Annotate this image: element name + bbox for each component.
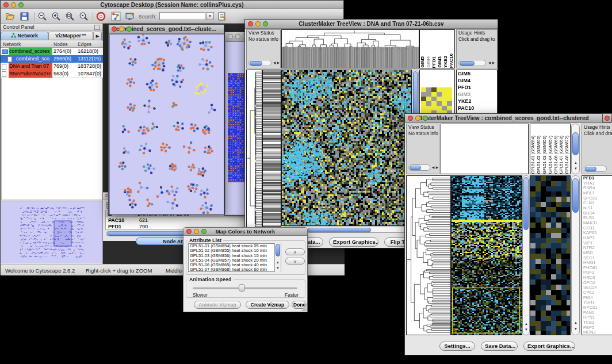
dialog-titlebar[interactable]: Map Colors to Network: [183, 228, 307, 236]
gene-label[interactable]: PAN1: [582, 311, 612, 316]
gene-label[interactable]: CPA2: [582, 290, 612, 296]
scrollbar-thumb[interactable]: [572, 132, 579, 155]
scroll-right-icon[interactable]: ▶: [435, 166, 439, 170]
birdseye-view[interactable]: [1, 201, 102, 263]
zoom-window-icon[interactable]: [423, 116, 428, 121]
scroll-up-icon[interactable]: ▲: [276, 260, 280, 265]
column-dendrogram-panel[interactable]: [281, 29, 419, 68]
gene-label[interactable]: PFD1: [457, 84, 497, 91]
scroll-up-icon[interactable]: ▲: [573, 161, 578, 165]
save-data-button[interactable]: Save Data...: [481, 342, 518, 351]
zoom-vscrollbar[interactable]: ▲ ▼: [571, 175, 580, 335]
scrollbar-thumb[interactable]: [276, 244, 280, 256]
gene-label[interactable]: TCB3: [582, 320, 612, 325]
close-icon[interactable]: [112, 26, 117, 32]
scroll-down-icon[interactable]: ▼: [276, 266, 280, 270]
move-up-button[interactable]: ∧: [285, 248, 305, 255]
view-status-scrollbar[interactable]: [408, 164, 430, 171]
float-panel-icon[interactable]: [94, 25, 100, 30]
scrollbar-thumb[interactable]: [308, 228, 371, 232]
column-label[interactable]: GPL51-08 (GSM872): [564, 136, 570, 174]
heatmap-canvas[interactable]: [452, 176, 522, 335]
network-list-row[interactable]: DNA and Tran 07 769(0) 183728(0): [1, 63, 103, 70]
gene-label[interactable]: YSH1: [582, 300, 612, 305]
export-graphics-button[interactable]: Export Graphics...: [329, 237, 378, 247]
gene-label[interactable]: VIP1: [582, 241, 612, 246]
heatmap-vscrollbar[interactable]: ▲ ▼: [522, 175, 530, 335]
heatmap-panel[interactable]: [451, 175, 522, 335]
slider-thumb[interactable]: [239, 284, 245, 292]
row-dendrogram-canvas[interactable]: [247, 70, 262, 237]
gene-label[interactable]: YRA1: [582, 181, 612, 186]
scroll-right-icon[interactable]: ▶: [276, 61, 281, 65]
col-nodes[interactable]: Nodes: [53, 41, 68, 47]
scrollbar-thumb[interactable]: [410, 166, 421, 170]
gene-label[interactable]: YKE2: [457, 98, 497, 105]
gene-label[interactable]: PEP5: [582, 325, 612, 331]
usage-hints-scrollbar[interactable]: [584, 166, 607, 172]
help-lifering-icon[interactable]: [96, 12, 106, 21]
close-icon[interactable]: [605, 116, 610, 121]
gene-label[interactable]: SEC24: [582, 285, 612, 290]
report-icon[interactable]: [217, 12, 227, 21]
create-vizmap-button[interactable]: Create Vizmap: [246, 301, 289, 309]
zoom-heatmap-canvas[interactable]: [530, 176, 570, 335]
row-dendrogram-panel[interactable]: [406, 175, 451, 335]
view-status-scrollbar[interactable]: [248, 60, 271, 66]
scrollbar-thumb[interactable]: [585, 167, 596, 171]
heatmap-panel[interactable]: [281, 70, 412, 226]
attribute-list[interactable]: GPL51-01 (GSM854) heat shock 05 minGPL51…: [188, 243, 281, 272]
scrollbar-thumb[interactable]: [460, 61, 475, 66]
column-label[interactable]: GPL51-02 (GSM855): [536, 136, 542, 174]
zoom-window-icon[interactable]: [263, 21, 268, 26]
birdseye-canvas[interactable]: [1, 201, 101, 263]
gene-label[interactable]: FIG4: [582, 296, 612, 301]
gene-label[interactable]: PUF3: [582, 270, 612, 275]
zoom-window-icon[interactable]: [127, 26, 132, 32]
zoom-window-icon[interactable]: [18, 2, 24, 7]
zoom-heatmap-panel[interactable]: [530, 175, 571, 335]
gene-label[interactable]: RPN1: [582, 315, 612, 320]
network-list-row[interactable]: RNAPuberNov2+I 563(0) 107847(0): [1, 70, 103, 78]
column-label[interactable]: GPL51-03 (GSM856): [542, 136, 548, 174]
gene-label[interactable]: CLN1: [582, 201, 612, 206]
gene-label[interactable]: GIM4: [457, 77, 497, 84]
usage-hints-scrollbar[interactable]: [458, 60, 486, 66]
gene-label[interactable]: BUD4: [582, 211, 612, 216]
zoom-window-icon[interactable]: [201, 229, 206, 234]
network-view-titlebar[interactable]: combined_scores_good.txt--cluste...: [109, 25, 224, 34]
treeview-dna-titlebar[interactable]: ClusterMaker TreeView : DNA and Tran 07-…: [245, 20, 498, 29]
treeview-combined-titlebar[interactable]: ClusterMaker TreeView : combined_scores_…: [405, 114, 612, 123]
tab-network[interactable]: Network: [1, 32, 48, 40]
gene-label[interactable]: RNR4: [582, 186, 612, 191]
gene-label[interactable]: RPO21: [582, 305, 612, 311]
gene-label[interactable]: MSI1: [582, 251, 612, 256]
gene-label[interactable]: ELG1: [582, 216, 612, 221]
summary-matrix-canvas[interactable]: [421, 87, 452, 115]
column-label[interactable]: GPL51-06 (GSM865): [553, 136, 559, 174]
tab-vizmapper[interactable]: VizMapper™: [48, 32, 93, 40]
annotation-icon[interactable]: [125, 12, 135, 21]
gene-label[interactable]: PFD1: [582, 176, 612, 181]
gene-label[interactable]: GPI16: [582, 281, 612, 286]
gene-label[interactable]: MON2: [582, 330, 612, 335]
gene-label[interactable]: NIS1: [582, 206, 612, 211]
network-canvas[interactable]: [110, 35, 224, 214]
column-label[interactable]: GIM5: [420, 56, 426, 68]
close-icon[interactable]: [186, 229, 192, 234]
scroll-up-icon[interactable]: ▲: [573, 321, 578, 325]
column-label[interactable]: PAC10: [449, 53, 454, 68]
column-dendrogram-panel[interactable]: [441, 124, 529, 174]
open-file-icon[interactable]: [5, 12, 15, 21]
gene-label[interactable]: HAP3: [582, 236, 612, 241]
scroll-down-icon[interactable]: ▼: [573, 167, 578, 171]
minimize-icon[interactable]: [119, 26, 124, 32]
export-graphics-button[interactable]: Export Graphics...: [523, 342, 575, 351]
gene-label[interactable]: SEC1: [582, 256, 612, 261]
save-icon[interactable]: [20, 12, 29, 21]
gene-label[interactable]: SPC98: [582, 196, 612, 201]
search-input[interactable]: [159, 12, 205, 20]
gene-label[interactable]: GTB1: [582, 226, 612, 231]
scrollbar-thumb[interactable]: [572, 178, 579, 213]
network-list-row[interactable]: combined_scores 2764(0) 16218(0): [1, 48, 103, 55]
